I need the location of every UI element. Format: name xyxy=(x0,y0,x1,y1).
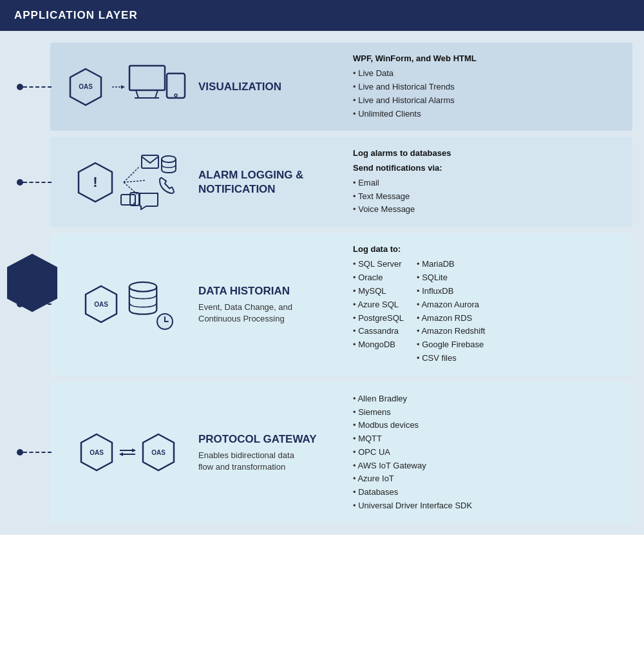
protocol-bullet-list: Allen Bradley Siemens Modbus devices MQT… xyxy=(353,392,620,513)
svg-line-6 xyxy=(155,90,158,98)
alarm-bullet-3: Voice Message xyxy=(353,203,620,216)
svg-rect-16 xyxy=(121,195,135,205)
protocol-oas1-label: OAS xyxy=(90,449,104,456)
vis-dot xyxy=(17,84,23,90)
vis-screens xyxy=(128,64,186,110)
alarm-details-title2: Send notifications via: xyxy=(353,162,620,174)
proto-b-4: MQTT xyxy=(353,432,620,446)
historian-details: Log data to: SQL Server Oracle MySQL Azu… xyxy=(334,244,620,365)
svg-marker-26 xyxy=(132,448,136,452)
hist-b-7: MongoDB xyxy=(353,338,404,352)
vis-details-title: WPF, WinForm, and Web HTML xyxy=(353,53,620,64)
hist-b-3: MySQL xyxy=(353,285,404,298)
svg-marker-28 xyxy=(119,452,123,456)
proto-b-2: Siemens xyxy=(353,406,620,419)
hist-b-5: PostgreSQL xyxy=(353,312,404,325)
hist-c-8: CSV files xyxy=(417,352,485,365)
vis-arrow-line xyxy=(112,84,125,90)
hist-c-2: SQLite xyxy=(417,271,485,285)
svg-marker-3 xyxy=(121,85,125,89)
historian-oas-label: OAS xyxy=(94,301,108,308)
vis-bullet-list: Live Data Live and Historical Trends Liv… xyxy=(353,67,620,120)
alarm-icons-area: ! xyxy=(63,153,192,211)
vis-details: WPF, WinForm, and Web HTML Live Data Liv… xyxy=(334,53,620,120)
phone-icon xyxy=(158,177,175,196)
historian-col1: SQL Server Oracle MySQL Azure SQL Postgr… xyxy=(353,258,404,365)
vis-bullet-2: Live and Historical Trends xyxy=(353,81,620,94)
proto-b-5: OPC UA xyxy=(353,446,620,459)
alarm-bullet-2: Text Message xyxy=(353,190,620,204)
protocol-title: PROTOCOL GATEWAY xyxy=(198,432,334,447)
hist-b-6: Cassandra xyxy=(353,325,404,338)
email-icon xyxy=(141,155,159,169)
historian-icons-area: OAS xyxy=(63,281,192,327)
protocol-dot xyxy=(17,449,23,456)
svg-rect-14 xyxy=(142,155,158,168)
hist-b-4: Azure SQL xyxy=(353,298,404,312)
database-top-icon xyxy=(160,155,177,174)
historian-title: DATA HISTORIAN xyxy=(198,284,334,298)
vis-title: VISUALIZATION xyxy=(198,80,334,94)
svg-line-11 xyxy=(124,166,140,182)
protocol-section: OAS xyxy=(50,382,632,523)
tablet-icon xyxy=(166,72,186,99)
chat-icon xyxy=(138,192,159,210)
clock-icon xyxy=(156,312,174,331)
protocol-dashed-line xyxy=(23,452,52,453)
proto-b-3: Modbus devices xyxy=(353,419,620,432)
alarm-bullet-list: Email Text Message Voice Message xyxy=(353,177,620,216)
alarm-bullet-1: Email xyxy=(353,177,620,190)
vis-connector xyxy=(17,84,52,90)
big-oas-label: OAS xyxy=(16,274,49,291)
historian-section: OAS xyxy=(50,233,632,376)
svg-line-12 xyxy=(124,180,145,182)
vis-oas-label: OAS xyxy=(79,83,93,90)
protocol-icons-group: OAS xyxy=(80,433,175,472)
alarm-exclamation: ! xyxy=(93,174,97,191)
sections-wrapper: OAS xyxy=(50,43,632,523)
svg-point-9 xyxy=(175,94,177,97)
hist-c-4: Amazon Aurora xyxy=(417,298,485,312)
alarm-details-title1: Log alarms to databases xyxy=(353,148,620,159)
header: APPLICATION LAYER xyxy=(0,0,644,31)
historian-details-title: Log data to: xyxy=(353,244,620,255)
protocol-connector xyxy=(17,449,52,456)
protocol-title-area: PROTOCOL GATEWAY Enables bidirectional d… xyxy=(192,432,334,473)
proto-b-7: Azure IoT xyxy=(353,472,620,486)
vis-bullet-4: Unlimited Clients xyxy=(353,108,620,121)
alarm-title-area: ALARM LOGGING & NOTIFICATION xyxy=(192,168,334,197)
alarm-title-line1: ALARM LOGGING & xyxy=(198,168,334,182)
historian-subtitle: Event, Data Change, and Continuous Proce… xyxy=(198,302,334,325)
header-title: APPLICATION LAYER xyxy=(0,0,644,31)
proto-b-6: AWS IoT Gateway xyxy=(353,459,620,473)
hist-c-5: Amazon RDS xyxy=(417,312,485,325)
hist-b-1: SQL Server xyxy=(353,258,404,271)
big-oas-hexagon: OAS xyxy=(6,253,58,312)
arrow-left-right xyxy=(118,447,137,457)
alarm-notif-icons xyxy=(120,153,178,211)
alarm-title-line2: NOTIFICATION xyxy=(198,182,334,197)
alarm-section: ! xyxy=(50,137,632,227)
proto-b-9: Universal Driver Interface SDK xyxy=(353,499,620,513)
svg-line-5 xyxy=(136,90,138,98)
svg-point-15 xyxy=(162,156,176,162)
hist-c-1: MariaDB xyxy=(417,258,485,271)
proto-b-8: Databases xyxy=(353,486,620,499)
vis-bullet-3: Live and Historical Alarms xyxy=(353,94,620,108)
alarm-dot xyxy=(17,179,23,186)
svg-rect-4 xyxy=(129,66,165,90)
protocol-subtitle: Enables bidirectional data flow and tran… xyxy=(198,450,334,473)
main-container: OAS OAS xyxy=(0,31,644,535)
historian-db-icon xyxy=(126,281,171,327)
historian-title-area: DATA HISTORIAN Event, Data Change, and C… xyxy=(192,284,334,325)
device-bottom-icon xyxy=(120,192,141,211)
historian-col2: MariaDB SQLite InfluxDB Amazon Aurora Am… xyxy=(417,258,485,365)
protocol-details: Allen Bradley Siemens Modbus devices MQT… xyxy=(334,392,620,513)
proto-b-1: Allen Bradley xyxy=(353,392,620,406)
historian-two-col: SQL Server Oracle MySQL Azure SQL Postgr… xyxy=(353,258,620,365)
desktop-icon xyxy=(128,64,170,103)
svg-point-20 xyxy=(129,282,156,292)
alarm-details: Log alarms to databases Send notificatio… xyxy=(334,148,620,216)
vis-bullet-1: Live Data xyxy=(353,67,620,81)
alarm-dashed-line xyxy=(23,182,52,183)
